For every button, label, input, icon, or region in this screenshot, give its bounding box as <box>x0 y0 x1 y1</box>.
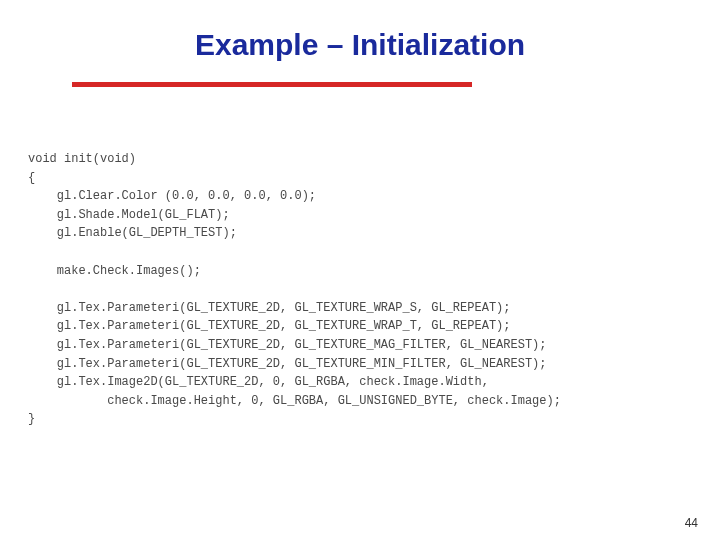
page-number: 44 <box>685 516 698 530</box>
slide: Example – Initialization void init(void)… <box>0 0 720 540</box>
code-block: void init(void) { gl.Clear.Color (0.0, 0… <box>28 150 698 429</box>
divider <box>72 82 472 87</box>
slide-title: Example – Initialization <box>0 28 720 62</box>
